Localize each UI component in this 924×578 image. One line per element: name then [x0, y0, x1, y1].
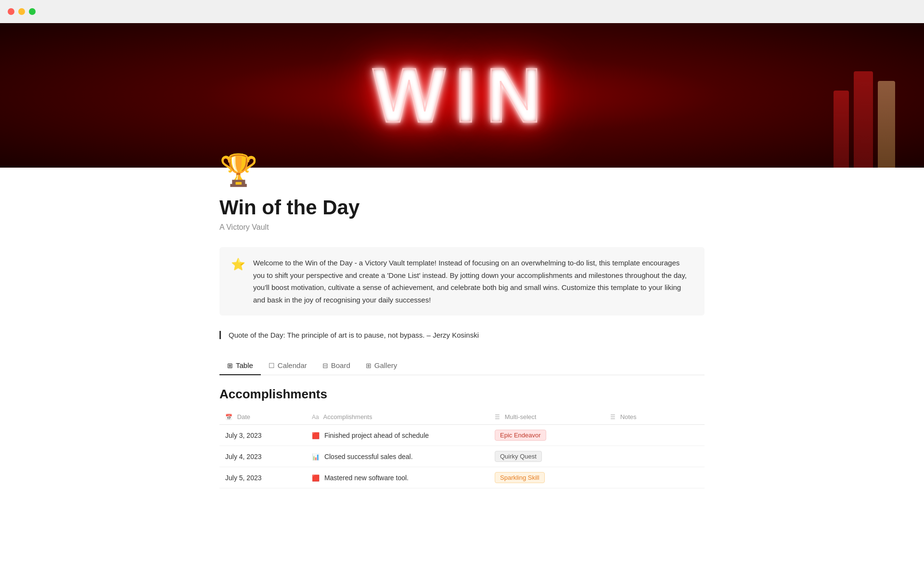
quote-block: Quote of the Day: The principle of art i… — [219, 331, 705, 339]
tag-1[interactable]: Quirky Quest — [495, 451, 542, 462]
callout-icon: ⭐ — [231, 258, 245, 271]
table-header-row: 📅 Date Aa Accomplishments ☰ Multi-select… — [219, 409, 705, 425]
table-row: July 5, 2023 🟥 Mastered new software too… — [219, 467, 705, 488]
tab-gallery-label: Gallery — [374, 361, 398, 369]
cell-tag-1: Quirky Quest — [489, 446, 604, 467]
cell-notes-1[interactable] — [604, 446, 705, 467]
callout-box: ⭐ Welcome to the Win of the Day - a Vict… — [219, 247, 705, 315]
ms-col-icon: ☰ — [495, 414, 500, 420]
page-bottom-fade — [219, 488, 705, 517]
titlebar — [0, 0, 924, 23]
cell-notes-2[interactable] — [604, 467, 705, 488]
cell-date-2: July 5, 2023 — [219, 467, 306, 488]
tab-board-label: Board — [331, 361, 350, 369]
row-icon-1: 📊 — [312, 453, 320, 460]
col-header-multiselect[interactable]: ☰ Multi-select — [489, 409, 604, 425]
page-icon: 🏆 — [219, 152, 705, 188]
hero-decoration — [834, 71, 895, 168]
table-tab-icon: ⊞ — [227, 362, 233, 369]
close-button[interactable] — [8, 8, 14, 15]
col-ms-label: Multi-select — [505, 413, 537, 420]
hero-neon-text: WIN — [372, 51, 551, 140]
tab-calendar-label: Calendar — [278, 361, 307, 369]
bottle-1 — [834, 91, 849, 168]
col-notes-label: Notes — [620, 413, 637, 420]
table-section: Accomplishments 📅 Date Aa Accomplishment… — [219, 387, 705, 488]
col-acc-label: Accomplishments — [323, 413, 372, 420]
tab-calendar[interactable]: ☐ Calendar — [261, 356, 315, 375]
cell-acc-1: 📊 Closed successful sales deal. — [306, 446, 489, 467]
page-content: 🏆 Win of the Day A Victory Vault ⭐ Welco… — [173, 152, 751, 517]
page-title: Win of the Day — [219, 196, 705, 219]
col-header-date[interactable]: 📅 Date — [219, 409, 306, 425]
acc-text-2[interactable]: Mastered new software tool. — [324, 474, 409, 482]
bottle-2 — [854, 71, 873, 168]
cell-date-1: July 4, 2023 — [219, 446, 306, 467]
callout-text: Welcome to the Win of the Day - a Victor… — [253, 257, 693, 306]
tag-2[interactable]: Sparkling Skill — [495, 472, 545, 483]
date-col-icon: 📅 — [225, 414, 232, 420]
cell-notes-0[interactable] — [604, 425, 705, 446]
notes-col-icon: ☰ — [610, 414, 616, 420]
tab-board[interactable]: ⊟ Board — [315, 356, 358, 375]
table-row: July 4, 2023 📊 Closed successful sales d… — [219, 446, 705, 467]
col-header-notes[interactable]: ☰ Notes — [604, 409, 705, 425]
tag-0[interactable]: Epic Endeavor — [495, 430, 546, 441]
page-subtitle: A Victory Vault — [219, 223, 705, 232]
minimize-button[interactable] — [18, 8, 25, 15]
bottle-3 — [878, 81, 895, 168]
calendar-tab-icon: ☐ — [269, 362, 275, 369]
cell-tag-2: Sparkling Skill — [489, 467, 604, 488]
cell-acc-2: 🟥 Mastered new software tool. — [306, 467, 489, 488]
acc-text-0[interactable]: Finished project ahead of schedule — [324, 432, 429, 439]
maximize-button[interactable] — [29, 8, 36, 15]
row-icon-2: 🟥 — [312, 474, 320, 482]
col-date-label: Date — [237, 413, 250, 420]
table-row: July 3, 2023 🟥 Finished project ahead of… — [219, 425, 705, 446]
quote-text: Quote of the Day: The principle of art i… — [229, 331, 479, 339]
accomplishments-table: 📅 Date Aa Accomplishments ☰ Multi-select… — [219, 409, 705, 488]
acc-text-1[interactable]: Closed successful sales deal. — [324, 453, 413, 460]
table-heading: Accomplishments — [219, 387, 705, 402]
tabs-bar: ⊞ Table ☐ Calendar ⊟ Board ⊞ Gallery — [219, 356, 705, 375]
row-icon-0: 🟥 — [312, 432, 320, 439]
acc-col-icon: Aa — [312, 414, 319, 420]
tab-table[interactable]: ⊞ Table — [219, 356, 261, 375]
cell-date-0: July 3, 2023 — [219, 425, 306, 446]
col-header-accomplishments[interactable]: Aa Accomplishments — [306, 409, 489, 425]
hero-banner: WIN — [0, 23, 924, 168]
gallery-tab-icon: ⊞ — [366, 362, 372, 369]
tab-table-label: Table — [236, 361, 253, 369]
cell-tag-0: Epic Endeavor — [489, 425, 604, 446]
tab-gallery[interactable]: ⊞ Gallery — [358, 356, 405, 375]
cell-acc-0: 🟥 Finished project ahead of schedule — [306, 425, 489, 446]
board-tab-icon: ⊟ — [322, 362, 328, 369]
